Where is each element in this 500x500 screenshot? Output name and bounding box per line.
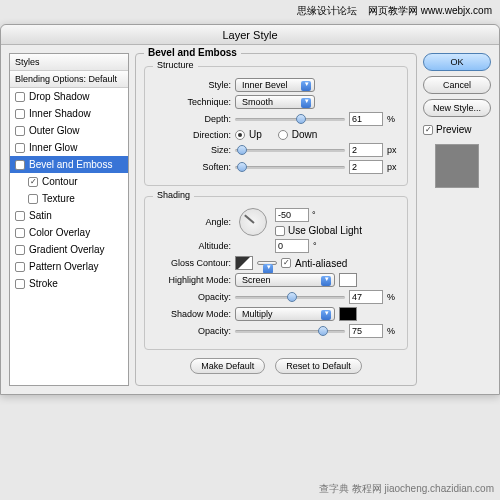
sh-opacity-slider[interactable] <box>235 325 345 337</box>
sidebar-checkbox[interactable] <box>15 92 25 102</box>
sidebar-checkbox[interactable] <box>15 279 25 289</box>
sidebar-checkbox[interactable] <box>15 228 25 238</box>
sidebar-item-inner-shadow[interactable]: Inner Shadow <box>10 105 128 122</box>
sidebar-item-label: Outer Glow <box>29 125 80 136</box>
window-title: Layer Style <box>1 25 499 45</box>
highlight-color-swatch[interactable] <box>339 273 357 287</box>
sidebar-checkbox[interactable] <box>28 194 38 204</box>
sidebar-item-stroke[interactable]: Stroke <box>10 275 128 292</box>
anti-aliased-label: Anti-aliased <box>295 258 347 269</box>
soften-label: Soften: <box>153 162 231 172</box>
sidebar-checkbox[interactable] <box>15 126 25 136</box>
gloss-contour-label: Gloss Contour: <box>153 258 231 268</box>
sidebar-item-label: Inner Glow <box>29 142 77 153</box>
shadow-color-swatch[interactable] <box>339 307 357 321</box>
altitude-unit: ° <box>313 241 317 251</box>
angle-wheel[interactable] <box>239 208 267 236</box>
structure-group: Structure Style: Inner Bevel Technique: … <box>144 66 408 186</box>
sidebar-item-gradient-overlay[interactable]: Gradient Overlay <box>10 241 128 258</box>
sidebar-item-label: Texture <box>42 193 75 204</box>
angle-label: Angle: <box>153 217 231 227</box>
sidebar-item-satin[interactable]: Satin <box>10 207 128 224</box>
sidebar-checkbox[interactable] <box>15 262 25 272</box>
reset-default-button[interactable]: Reset to Default <box>275 358 362 374</box>
sidebar-item-color-overlay[interactable]: Color Overlay <box>10 224 128 241</box>
sidebar-item-texture[interactable]: Texture <box>10 190 128 207</box>
sidebar-item-outer-glow[interactable]: Outer Glow <box>10 122 128 139</box>
style-label: Style: <box>153 80 231 90</box>
sidebar-item-bevel-and-emboss[interactable]: Bevel and Emboss <box>10 156 128 173</box>
depth-input[interactable] <box>349 112 383 126</box>
sidebar-item-label: Gradient Overlay <box>29 244 105 255</box>
up-label: Up <box>249 129 262 140</box>
make-default-button[interactable]: Make Default <box>190 358 265 374</box>
sidebar-header: Styles <box>10 54 128 71</box>
shadow-mode-select[interactable]: Multiply <box>235 307 335 321</box>
hl-opacity-label: Opacity: <box>153 292 231 302</box>
direction-down-radio[interactable] <box>278 130 288 140</box>
sidebar-item-label: Inner Shadow <box>29 108 91 119</box>
wm-right: 网页教学网 www.webjx.com <box>368 5 492 16</box>
group-legend: Bevel and Emboss <box>144 47 241 58</box>
sidebar-checkbox[interactable] <box>15 109 25 119</box>
preview-swatch <box>435 144 479 188</box>
bevel-emboss-group: Bevel and Emboss Structure Style: Inner … <box>135 53 417 386</box>
technique-select[interactable]: Smooth <box>235 95 315 109</box>
right-column: OK Cancel New Style... Preview <box>423 53 491 386</box>
direction-up-radio[interactable] <box>235 130 245 140</box>
sidebar-item-inner-glow[interactable]: Inner Glow <box>10 139 128 156</box>
soften-slider[interactable] <box>235 161 345 173</box>
size-label: Size: <box>153 145 231 155</box>
depth-label: Depth: <box>153 114 231 124</box>
footer-watermark: 查字典 教程网 jiaocheng.chazidian.com <box>319 482 494 496</box>
sh-opacity-label: Opacity: <box>153 326 231 336</box>
hl-opacity-input[interactable] <box>349 290 383 304</box>
size-input[interactable] <box>349 143 383 157</box>
preview-label: Preview <box>436 124 472 135</box>
soften-input[interactable] <box>349 160 383 174</box>
sidebar-item-label: Bevel and Emboss <box>29 159 112 170</box>
size-slider[interactable] <box>235 144 345 156</box>
sidebar-checkbox[interactable] <box>15 245 25 255</box>
sidebar-item-pattern-overlay[interactable]: Pattern Overlay <box>10 258 128 275</box>
sidebar-checkbox[interactable] <box>15 160 25 170</box>
gloss-contour-picker[interactable] <box>235 256 253 270</box>
new-style-button[interactable]: New Style... <box>423 99 491 117</box>
style-select[interactable]: Inner Bevel <box>235 78 315 92</box>
highlight-mode-label: Highlight Mode: <box>153 275 231 285</box>
depth-slider[interactable] <box>235 113 345 125</box>
angle-unit: ° <box>312 210 316 220</box>
hl-opacity-slider[interactable] <box>235 291 345 303</box>
sidebar-item-label: Contour <box>42 176 78 187</box>
sidebar-checkbox[interactable] <box>15 143 25 153</box>
sidebar-item-contour[interactable]: Contour <box>10 173 128 190</box>
shadow-mode-label: Shadow Mode: <box>153 309 231 319</box>
cancel-button[interactable]: Cancel <box>423 76 491 94</box>
ok-button[interactable]: OK <box>423 53 491 71</box>
sh-opacity-input[interactable] <box>349 324 383 338</box>
sidebar-item-drop-shadow[interactable]: Drop Shadow <box>10 88 128 105</box>
hl-opacity-unit: % <box>387 292 395 302</box>
styles-sidebar: Styles Blending Options: Default Drop Sh… <box>9 53 129 386</box>
sidebar-item-label: Stroke <box>29 278 58 289</box>
anti-aliased-checkbox[interactable] <box>281 258 291 268</box>
sidebar-item-label: Color Overlay <box>29 227 90 238</box>
sidebar-checkbox[interactable] <box>15 211 25 221</box>
altitude-input[interactable] <box>275 239 309 253</box>
global-light-label: Use Global Light <box>288 225 362 236</box>
layer-style-window: Layer Style Styles Blending Options: Def… <box>0 24 500 395</box>
sidebar-checkbox[interactable] <box>28 177 38 187</box>
angle-input[interactable] <box>275 208 309 222</box>
sidebar-item-label: Pattern Overlay <box>29 261 98 272</box>
shading-legend: Shading <box>153 190 194 200</box>
sidebar-item-label: Satin <box>29 210 52 221</box>
altitude-label: Altitude: <box>153 241 231 251</box>
blending-options-header[interactable]: Blending Options: Default <box>10 71 128 88</box>
global-light-checkbox[interactable] <box>275 226 285 236</box>
technique-label: Technique: <box>153 97 231 107</box>
depth-unit: % <box>387 114 395 124</box>
highlight-mode-select[interactable]: Screen <box>235 273 335 287</box>
gloss-contour-select[interactable] <box>257 261 277 265</box>
preview-checkbox[interactable] <box>423 125 433 135</box>
direction-label: Direction: <box>153 130 231 140</box>
